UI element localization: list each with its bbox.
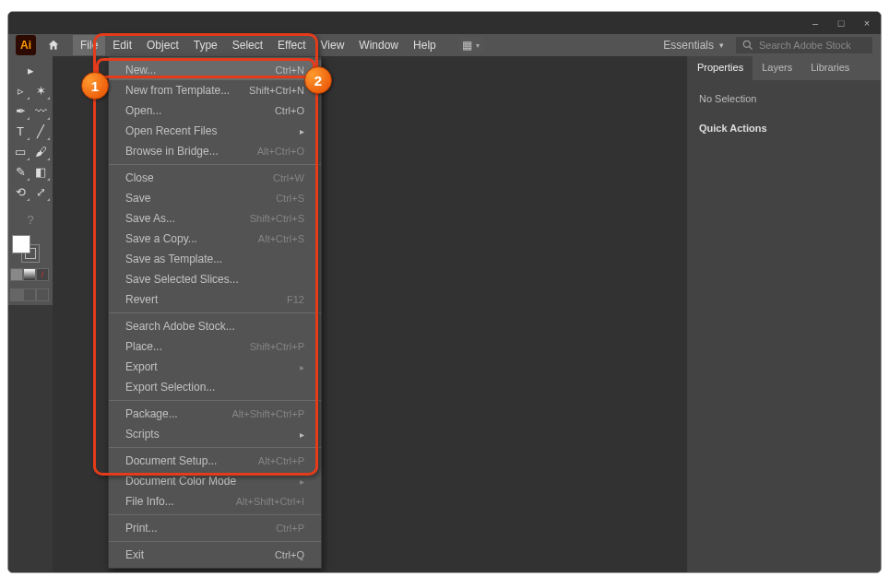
scale-tool[interactable]: ⤢ bbox=[30, 182, 51, 202]
workspace-switcher[interactable]: Essentials ▾ bbox=[652, 39, 735, 52]
menu-window[interactable]: Window bbox=[351, 35, 406, 55]
tab-layers[interactable]: Layers bbox=[753, 56, 801, 80]
rectangle-tool[interactable]: ▭ bbox=[10, 141, 30, 161]
maximize-button[interactable]: □ bbox=[833, 17, 849, 29]
tool-unknown[interactable]: ? bbox=[10, 209, 51, 229]
line-tool[interactable]: ╱ bbox=[30, 121, 51, 141]
menu-item-scripts[interactable]: Scripts▸ bbox=[109, 424, 321, 444]
menu-item-document-color-mode: Document Color Mode▸ bbox=[109, 471, 321, 491]
menu-shortcut: Ctrl+S bbox=[276, 193, 304, 204]
none-mode-icon[interactable]: / bbox=[36, 268, 49, 281]
minimize-button[interactable]: – bbox=[807, 17, 824, 29]
menu-file[interactable]: File bbox=[73, 35, 105, 55]
menu-item-label: Exit bbox=[125, 548, 144, 561]
menu-item-label: Open Recent Files bbox=[125, 124, 217, 137]
menu-item-new[interactable]: New...Ctrl+N bbox=[109, 60, 321, 80]
panel-tabs: Properties Layers Libraries bbox=[688, 56, 881, 80]
menu-shortcut: Shift+Ctrl+S bbox=[250, 213, 304, 224]
color-mode-icon[interactable] bbox=[10, 268, 23, 281]
menu-item-save-a-copy: Save a Copy...Alt+Ctrl+S bbox=[109, 229, 321, 249]
quick-actions-header: Quick Actions bbox=[699, 123, 870, 134]
menu-shortcut: Ctrl+W bbox=[273, 172, 304, 183]
menu-item-exit[interactable]: ExitCtrl+Q bbox=[109, 545, 321, 565]
menu-view[interactable]: View bbox=[314, 35, 352, 55]
menu-object[interactable]: Object bbox=[139, 35, 186, 55]
tab-libraries[interactable]: Libraries bbox=[801, 56, 859, 80]
menu-item-label: New from Template... bbox=[125, 84, 230, 97]
draw-behind-icon[interactable] bbox=[23, 288, 36, 301]
menu-help[interactable]: Help bbox=[406, 35, 444, 55]
svg-point-0 bbox=[743, 41, 750, 47]
menu-item-label: Document Color Mode bbox=[125, 475, 236, 488]
curvature-tool[interactable]: 〰 bbox=[30, 100, 51, 121]
menu-item-label: Revert bbox=[125, 293, 158, 306]
fill-swatch[interactable] bbox=[12, 235, 30, 253]
menu-separator bbox=[109, 447, 321, 448]
gradient-mode-icon[interactable] bbox=[23, 268, 36, 281]
menu-select[interactable]: Select bbox=[225, 35, 270, 55]
shaper-tool[interactable]: ✎ bbox=[10, 161, 30, 182]
submenu-arrow-icon: ▸ bbox=[300, 362, 304, 372]
close-button[interactable]: × bbox=[859, 17, 875, 29]
menu-shortcut: Ctrl+Q bbox=[275, 549, 304, 560]
tab-properties[interactable]: Properties bbox=[688, 56, 753, 80]
menu-item-label: Search Adobe Stock... bbox=[125, 320, 235, 333]
magic-wand-tool[interactable]: ✶ bbox=[30, 80, 51, 100]
type-tool[interactable]: T bbox=[10, 121, 30, 141]
search-icon bbox=[741, 39, 754, 52]
submenu-arrow-icon: ▸ bbox=[300, 126, 304, 136]
paintbrush-tool[interactable]: 🖌 bbox=[30, 141, 51, 161]
search-placeholder: Search Adobe Stock bbox=[759, 40, 851, 51]
menu-edit[interactable]: Edit bbox=[105, 35, 139, 55]
menu-separator bbox=[109, 400, 321, 401]
svg-line-1 bbox=[750, 47, 753, 50]
menu-item-package: Package...Alt+Shift+Ctrl+P bbox=[109, 404, 321, 424]
menu-item-label: Save bbox=[125, 192, 150, 205]
menu-item-label: Export Selection... bbox=[125, 381, 215, 394]
menu-item-label: Save As... bbox=[125, 212, 175, 225]
menu-separator bbox=[109, 164, 321, 165]
home-icon[interactable] bbox=[43, 35, 64, 55]
menu-item-label: Browse in Bridge... bbox=[125, 145, 219, 158]
draw-inside-icon[interactable] bbox=[36, 288, 49, 301]
selection-status: No Selection bbox=[699, 93, 870, 104]
menu-shortcut: F12 bbox=[287, 294, 304, 305]
menu-item-search-adobe-stock[interactable]: Search Adobe Stock... bbox=[109, 316, 321, 336]
color-swatches[interactable] bbox=[10, 233, 41, 265]
menu-item-label: Document Setup... bbox=[125, 454, 217, 467]
direct-selection-tool[interactable]: ▹ bbox=[10, 80, 30, 100]
search-input[interactable]: Search Adobe Stock bbox=[735, 36, 873, 54]
menu-item-label: Place... bbox=[125, 340, 162, 353]
menu-item-close: CloseCtrl+W bbox=[109, 168, 321, 188]
menu-item-label: Save as Template... bbox=[125, 253, 222, 265]
illustrator-window: – □ × Ai File Edit Object Type Select Ef… bbox=[8, 12, 881, 572]
menu-item-save-selected-slices: Save Selected Slices... bbox=[109, 269, 321, 289]
arrange-documents-icon[interactable]: ▦▾ bbox=[458, 37, 484, 53]
menu-shortcut: Alt+Shift+Ctrl+I bbox=[236, 496, 304, 507]
menu-item-export: Export▸ bbox=[109, 357, 321, 377]
menu-shortcut: Alt+Ctrl+P bbox=[258, 455, 304, 466]
menu-item-open-recent-files[interactable]: Open Recent Files▸ bbox=[109, 121, 321, 141]
menu-type[interactable]: Type bbox=[186, 35, 225, 55]
menu-item-label: File Info... bbox=[125, 495, 174, 508]
rotate-tool[interactable]: ⟲ bbox=[10, 182, 30, 202]
pen-tool[interactable]: ✒ bbox=[10, 100, 30, 121]
menu-item-save-as-template: Save as Template... bbox=[109, 249, 321, 269]
submenu-arrow-icon: ▸ bbox=[300, 429, 304, 440]
menu-shortcut: Shift+Ctrl+N bbox=[249, 85, 304, 96]
eraser-tool[interactable]: ◧ bbox=[30, 161, 51, 182]
toolbox: ▸ ▹ ✶ ✒ 〰 T ╱ ▭ 🖌 ✎ bbox=[8, 56, 53, 305]
menu-item-place: Place...Shift+Ctrl+P bbox=[109, 336, 321, 357]
menu-item-label: Save a Copy... bbox=[125, 232, 197, 245]
menu-item-open[interactable]: Open...Ctrl+O bbox=[109, 100, 321, 121]
selection-tool[interactable]: ▸ bbox=[10, 60, 51, 80]
menu-item-revert: RevertF12 bbox=[109, 289, 321, 310]
draw-normal-icon[interactable] bbox=[10, 288, 23, 301]
menu-shortcut: Ctrl+P bbox=[276, 523, 304, 534]
app-logo-icon: Ai bbox=[16, 35, 36, 55]
workspace-label: Essentials bbox=[663, 39, 714, 52]
menu-item-print: Print...Ctrl+P bbox=[109, 518, 321, 538]
menu-effect[interactable]: Effect bbox=[270, 35, 313, 55]
menu-shortcut: Alt+Shift+Ctrl+P bbox=[231, 408, 304, 419]
menu-item-new-from-template[interactable]: New from Template...Shift+Ctrl+N bbox=[109, 80, 321, 100]
